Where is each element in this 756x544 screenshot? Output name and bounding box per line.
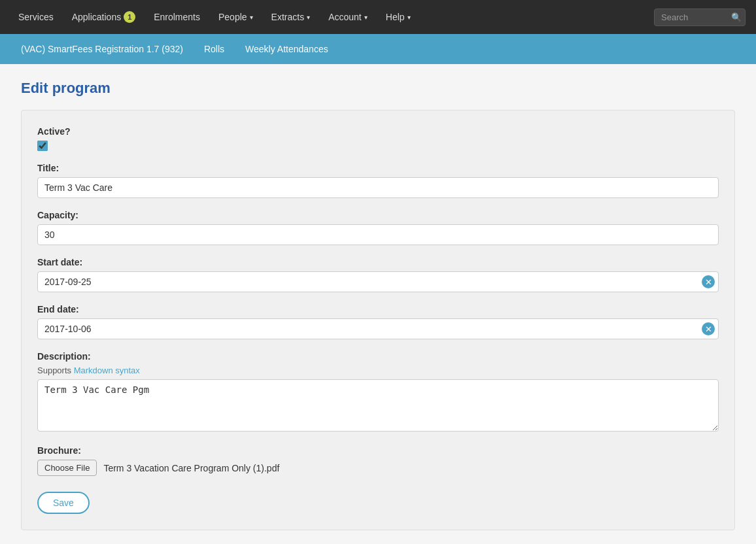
capacity-input[interactable]	[37, 224, 719, 245]
main-content: Edit program Active? Title: Capacity: St…	[0, 64, 756, 544]
extracts-chevron-icon: ▾	[307, 14, 310, 21]
help-chevron-icon: ▾	[407, 14, 411, 21]
title-input[interactable]	[37, 177, 719, 198]
start-date-input[interactable]	[37, 271, 719, 292]
sub-nav: (VAC) SmartFees Registration 1.7 (932) R…	[0, 34, 756, 64]
description-help-text: Supports	[37, 366, 74, 375]
nav-extracts-label: Extracts	[271, 12, 305, 22]
subnav-rolls[interactable]: Rolls	[196, 39, 232, 60]
title-group: Title:	[37, 163, 719, 198]
end-date-group: End date: ✕	[37, 304, 719, 339]
subnav-rolls-label: Rolls	[204, 44, 224, 54]
nav-extracts[interactable]: Extracts ▾	[264, 8, 318, 26]
end-date-label: End date:	[37, 304, 719, 314]
edit-program-form: Active? Title: Capacity: Start date: ✕ E…	[21, 110, 735, 530]
nav-services-label: Services	[18, 12, 54, 22]
markdown-syntax-link[interactable]: Markdown syntax	[74, 366, 140, 375]
end-date-input[interactable]	[37, 318, 719, 339]
save-button[interactable]: Save	[37, 492, 90, 514]
subnav-registration[interactable]: (VAC) SmartFees Registration 1.7 (932)	[13, 39, 191, 60]
nav-help-label: Help	[386, 12, 405, 22]
nav-enrolments-label: Enrolments	[154, 12, 200, 22]
active-checkbox[interactable]	[37, 141, 48, 151]
applications-badge: 1	[124, 11, 135, 23]
description-label: Description:	[37, 351, 719, 362]
start-date-group: Start date: ✕	[37, 257, 719, 292]
capacity-group: Capacity:	[37, 210, 719, 245]
active-group: Active?	[37, 126, 719, 151]
capacity-label: Capacity:	[37, 210, 719, 220]
active-checkbox-wrapper	[37, 141, 719, 151]
subnav-weekly-attendances[interactable]: Weekly Attendances	[237, 39, 336, 60]
subnav-weekly-attendances-label: Weekly Attendances	[245, 44, 328, 54]
start-date-wrapper: ✕	[37, 271, 719, 292]
top-nav: Services Applications 1 Enrolments Peopl…	[0, 0, 756, 34]
end-date-wrapper: ✕	[37, 318, 719, 339]
nav-people[interactable]: People ▾	[211, 8, 261, 26]
subnav-registration-label: (VAC) SmartFees Registration 1.7 (932)	[21, 44, 183, 54]
end-date-clear-button[interactable]: ✕	[702, 322, 715, 335]
nav-enrolments[interactable]: Enrolments	[146, 8, 208, 26]
nav-help[interactable]: Help ▾	[378, 8, 419, 26]
description-textarea[interactable]: Term 3 Vac Care Pgm	[37, 379, 719, 432]
title-label: Title:	[37, 163, 719, 173]
nav-applications[interactable]: Applications 1	[64, 7, 144, 27]
brochure-filename: Term 3 Vacation Care Program Only (1).pd…	[103, 463, 279, 473]
active-label: Active?	[37, 126, 719, 137]
people-chevron-icon: ▾	[250, 14, 253, 21]
start-date-label: Start date:	[37, 257, 719, 267]
nav-account-label: Account	[328, 12, 362, 22]
brochure-row: Choose File Term 3 Vacation Care Program…	[37, 460, 719, 476]
nav-people-label: People	[218, 12, 247, 22]
nav-services[interactable]: Services	[10, 8, 61, 26]
search-icon[interactable]: 🔍	[731, 12, 742, 22]
search-container: 🔍	[654, 8, 746, 26]
brochure-label: Brochure:	[37, 445, 719, 456]
account-chevron-icon: ▾	[364, 14, 368, 21]
nav-applications-label: Applications	[72, 12, 122, 22]
description-help: Supports Markdown syntax	[37, 366, 719, 375]
nav-account[interactable]: Account ▾	[320, 8, 375, 26]
start-date-clear-button[interactable]: ✕	[702, 275, 715, 288]
choose-file-button[interactable]: Choose File	[37, 460, 97, 476]
page-title: Edit program	[21, 80, 735, 97]
brochure-group: Brochure: Choose File Term 3 Vacation Ca…	[37, 445, 719, 476]
description-group: Description: Supports Markdown syntax Te…	[37, 351, 719, 434]
